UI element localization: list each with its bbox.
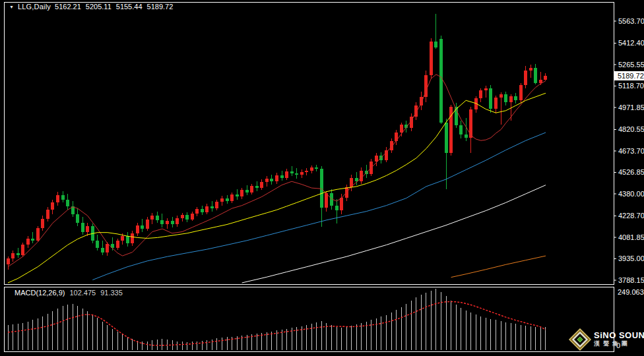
price-axis-label: 4380.00 bbox=[618, 190, 644, 198]
price-axis-label: 4971.85 bbox=[618, 104, 644, 111]
low-value: 5155.44 bbox=[116, 3, 143, 11]
price-axis-label: 3788.15 bbox=[618, 276, 644, 284]
macd-axis-max-label: 249.063 bbox=[618, 288, 644, 296]
high-value: 5205.11 bbox=[86, 3, 112, 11]
price-axis-label: 4228.70 bbox=[618, 212, 644, 220]
logo-chinese-name: 漢聲集團 bbox=[594, 340, 644, 347]
price-axis-label: 5265.55 bbox=[618, 61, 644, 69]
ma-fast-line bbox=[8, 74, 546, 267]
price-axis-label: 4526.85 bbox=[618, 168, 644, 176]
price-axis-label: 4081.85 bbox=[618, 233, 644, 241]
macd-histogram bbox=[8, 289, 546, 350]
candlesticks bbox=[7, 14, 548, 270]
macd-signal-value: 91.335 bbox=[100, 289, 123, 297]
ma-slowest-line bbox=[451, 256, 546, 278]
price-axis-label: 4820.55 bbox=[618, 125, 644, 133]
chart-canvas[interactable] bbox=[0, 0, 644, 356]
macd-panel-frame bbox=[5, 287, 614, 352]
trading-chart-window: ▼ LLG,Daily 5162.21 5205.11 5155.44 5189… bbox=[0, 0, 644, 356]
price-axis-label: 5563.70 bbox=[618, 17, 644, 25]
indicator-label: MACD(12,26,9) bbox=[15, 289, 65, 297]
indicator-info-bar: MACD(12,26,9) 102.475 91.335 bbox=[15, 289, 123, 297]
main-chart-frame bbox=[5, 3, 614, 285]
price-axis-label: 3935.00 bbox=[618, 254, 644, 262]
ma-slower-line bbox=[242, 185, 546, 283]
open-value: 5162.21 bbox=[55, 3, 81, 11]
ma-slow-line bbox=[92, 133, 546, 280]
current-price-badge: 5189.72 bbox=[614, 71, 644, 80]
symbol-dropdown-icon[interactable]: ▼ bbox=[9, 3, 14, 11]
symbol-info-bar: ▼ LLG,Daily 5162.21 5205.11 5155.44 5189… bbox=[9, 3, 173, 11]
symbol-timeframe-label: LLG,Daily bbox=[18, 3, 51, 11]
logo-name: SiNO SOUND bbox=[594, 332, 644, 340]
macd-main-value: 102.475 bbox=[69, 289, 96, 297]
ohlc-values: 5162.21 5205.11 5155.44 5189.72 bbox=[55, 3, 173, 11]
price-axis-label: 5412.40 bbox=[618, 39, 644, 47]
close-value: 5189.72 bbox=[147, 3, 174, 11]
brand-logo: SiNO SOUND 漢聲集團 bbox=[569, 328, 644, 351]
price-axis-label: 4673.70 bbox=[618, 147, 644, 155]
diamond-logo-icon bbox=[569, 328, 591, 351]
price-axis-label: 5118.70 bbox=[618, 82, 644, 90]
